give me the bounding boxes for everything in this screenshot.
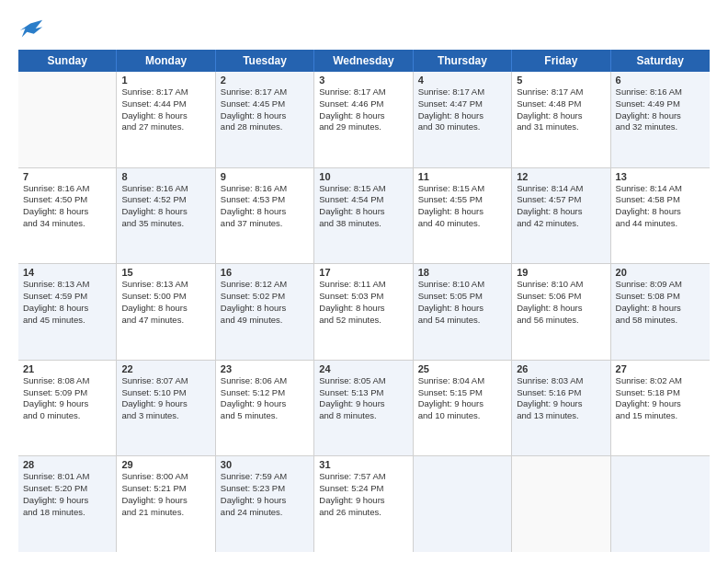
day-number: 27 [616,363,705,374]
cell-info-line: Sunrise: 8:07 AM [121,375,210,387]
calendar-day-cell: 28Sunrise: 8:01 AMSunset: 5:20 PMDayligh… [18,456,117,552]
calendar-day-cell: 24Sunrise: 8:05 AMSunset: 5:13 PMDayligh… [314,361,413,456]
calendar-day-cell: 2Sunrise: 8:17 AMSunset: 4:45 PMDaylight… [216,72,314,167]
cell-info-line: Sunset: 4:53 PM [221,194,309,206]
weekday-header: Monday [117,50,215,72]
day-number: 3 [319,75,407,86]
calendar-row: 7Sunrise: 8:16 AMSunset: 4:50 PMDaylight… [18,168,710,265]
calendar-day-cell: 9Sunrise: 8:16 AMSunset: 4:53 PMDaylight… [216,168,314,264]
cell-info-line: Daylight: 9 hours [319,398,407,410]
day-number: 14 [23,267,111,278]
day-number: 1 [121,75,210,86]
day-number: 26 [517,363,605,374]
day-number: 8 [121,171,210,182]
cell-info-line: Daylight: 8 hours [418,110,506,122]
cell-info-line: Sunrise: 8:01 AM [23,471,111,483]
header [18,17,710,42]
calendar-day-cell: 29Sunrise: 8:00 AMSunset: 5:21 PMDayligh… [117,456,215,552]
cell-info-line: Daylight: 9 hours [221,495,309,507]
cell-info-line: Sunset: 5:08 PM [616,291,705,303]
weekday-header: Sunday [18,50,117,72]
weekday-header: Tuesday [216,50,314,72]
cell-info-line: Sunset: 5:05 PM [418,291,506,303]
calendar-day-cell: 25Sunrise: 8:04 AMSunset: 5:15 PMDayligh… [414,361,512,456]
cell-info-line: Daylight: 8 hours [319,206,407,218]
calendar-day-cell: 10Sunrise: 8:15 AMSunset: 4:54 PMDayligh… [314,168,413,264]
cell-info-line: Daylight: 8 hours [23,303,111,315]
day-number: 29 [121,459,210,470]
day-number: 15 [121,267,210,278]
cell-info-line: and 0 minutes. [23,410,111,422]
cell-info-line: Daylight: 9 hours [418,398,506,410]
day-number: 31 [319,459,407,470]
cell-info-line: and 18 minutes. [23,507,111,519]
cell-info-line: Daylight: 8 hours [319,110,407,122]
cell-info-line: and 42 minutes. [517,218,605,230]
cell-info-line: and 37 minutes. [221,218,309,230]
cell-info-line: Sunset: 5:12 PM [221,387,309,399]
day-number: 23 [221,363,309,374]
day-number: 18 [418,267,506,278]
page: SundayMondayTuesdayWednesdayThursdayFrid… [0,0,728,563]
day-number: 9 [221,171,309,182]
cell-info-line: Sunrise: 8:14 AM [616,183,705,195]
cell-info-line: Sunset: 4:47 PM [418,98,506,110]
cell-info-line: and 47 minutes. [121,315,210,327]
cell-info-line: Sunrise: 8:02 AM [616,375,705,387]
cell-info-line: and 21 minutes. [121,507,210,519]
cell-info-line: Daylight: 9 hours [121,495,210,507]
cell-info-line: Daylight: 8 hours [616,110,705,122]
calendar-day-cell: 6Sunrise: 8:16 AMSunset: 4:49 PMDaylight… [611,72,710,167]
day-number: 21 [23,363,111,374]
calendar-day-cell: 15Sunrise: 8:13 AMSunset: 5:00 PMDayligh… [117,264,215,360]
cell-info-line: Sunrise: 8:17 AM [319,86,407,98]
calendar-header: SundayMondayTuesdayWednesdayThursdayFrid… [18,50,710,72]
cell-info-line: Sunset: 4:48 PM [517,98,605,110]
calendar-day-cell: 12Sunrise: 8:14 AMSunset: 4:57 PMDayligh… [512,168,610,264]
cell-info-line: Sunrise: 8:17 AM [221,86,309,98]
calendar-day-cell: 26Sunrise: 8:03 AMSunset: 5:16 PMDayligh… [512,361,610,456]
cell-info-line: Sunset: 5:09 PM [23,387,111,399]
cell-info-line: and 10 minutes. [418,410,506,422]
cell-info-line: and 58 minutes. [616,315,705,327]
cell-info-line: Sunset: 5:20 PM [23,483,111,495]
cell-info-line: and 45 minutes. [23,315,111,327]
cell-info-line: Daylight: 8 hours [517,206,605,218]
cell-info-line: and 52 minutes. [319,315,407,327]
cell-info-line: Sunset: 5:06 PM [517,291,605,303]
cell-info-line: Sunset: 5:03 PM [319,291,407,303]
calendar-empty-cell [611,456,710,552]
day-number: 28 [23,459,111,470]
weekday-header: Friday [512,50,610,72]
calendar-day-cell: 20Sunrise: 8:09 AMSunset: 5:08 PMDayligh… [611,264,710,360]
cell-info-line: Daylight: 8 hours [221,206,309,218]
day-number: 19 [517,267,605,278]
cell-info-line: and 35 minutes. [121,218,210,230]
cell-info-line: and 44 minutes. [616,218,705,230]
cell-info-line: Sunset: 5:21 PM [121,483,210,495]
cell-info-line: Sunrise: 8:15 AM [418,183,506,195]
day-number: 4 [418,75,506,86]
day-number: 12 [517,171,605,182]
cell-info-line: Sunset: 5:23 PM [221,483,309,495]
cell-info-line: and 32 minutes. [616,121,705,133]
cell-info-line: Sunset: 5:10 PM [121,387,210,399]
cell-info-line: Sunrise: 8:06 AM [221,375,309,387]
cell-info-line: Sunrise: 8:16 AM [121,183,210,195]
cell-info-line: Sunset: 5:16 PM [517,387,605,399]
cell-info-line: Sunrise: 8:04 AM [418,375,506,387]
cell-info-line: and 8 minutes. [319,410,407,422]
cell-info-line: Sunrise: 8:13 AM [23,279,111,291]
cell-info-line: and 54 minutes. [418,315,506,327]
cell-info-line: and 28 minutes. [221,121,309,133]
cell-info-line: Sunrise: 7:59 AM [221,471,309,483]
cell-info-line: and 3 minutes. [121,410,210,422]
cell-info-line: Sunset: 4:54 PM [319,194,407,206]
cell-info-line: Sunset: 5:15 PM [418,387,506,399]
cell-info-line: Sunrise: 8:11 AM [319,279,407,291]
cell-info-line: Sunset: 5:13 PM [319,387,407,399]
calendar-day-cell: 22Sunrise: 8:07 AMSunset: 5:10 PMDayligh… [117,361,215,456]
cell-info-line: Sunrise: 8:16 AM [23,183,111,195]
calendar-day-cell: 19Sunrise: 8:10 AMSunset: 5:06 PMDayligh… [512,264,610,360]
cell-info-line: Daylight: 8 hours [418,303,506,315]
